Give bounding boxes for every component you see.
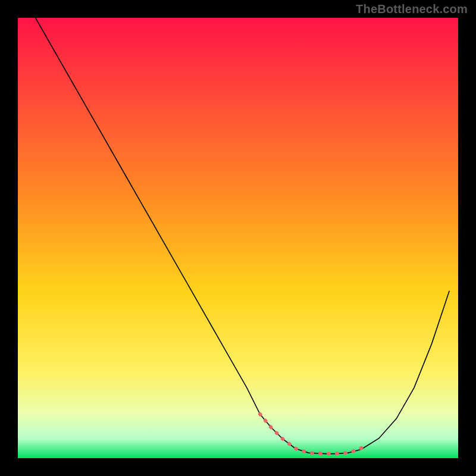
gradient-background (18, 18, 458, 458)
chart-stage: TheBottleneck.com (0, 0, 476, 476)
plot-svg (18, 18, 458, 458)
plot-area (18, 18, 458, 458)
watermark-text: TheBottleneck.com (356, 2, 468, 16)
